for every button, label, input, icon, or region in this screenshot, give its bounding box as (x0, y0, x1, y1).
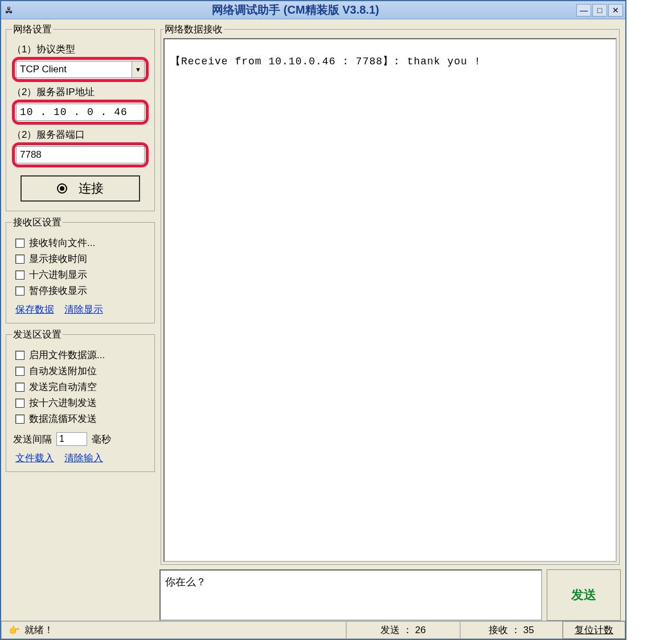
highlight-ip: 10 . 10 . 0 . 46 (12, 100, 149, 125)
checkbox-icon (15, 367, 24, 376)
send-textarea[interactable]: 你在么？ (159, 569, 542, 621)
connect-label: 连接 (79, 180, 104, 197)
interval-unit: 毫秒 (92, 433, 111, 446)
titlebar: 🖧 网络调试助手 (CM精装版 V3.8.1) — □ ✕ (1, 1, 625, 19)
interval-label: 发送间隔 (13, 433, 52, 446)
recv-opt-pause[interactable]: 暂停接收显示 (15, 284, 149, 297)
clear-display-link[interactable]: 清除显示 (64, 303, 103, 316)
protocol-value: TCP Client (17, 61, 132, 77)
checkbox-icon (15, 351, 24, 360)
chevron-down-icon[interactable]: ▼ (132, 61, 144, 77)
app-icon: 🖧 (3, 5, 15, 16)
recv-opt-show-time[interactable]: 显示接收时间 (15, 252, 149, 265)
checkbox-icon (15, 255, 24, 264)
load-file-link[interactable]: 文件载入 (15, 452, 54, 465)
server-ip-label: （2）服务器IP地址 (12, 85, 149, 99)
app-window: 🖧 网络调试助手 (CM精装版 V3.8.1) — □ ✕ 网络设置 （1）协议… (0, 0, 626, 640)
hand-icon: 👉 (9, 625, 20, 635)
network-settings-group: 网络设置 （1）协议类型 TCP Client ▼ （2）服务器IP地址 10 … (6, 23, 155, 211)
clear-input-link[interactable]: 清除输入 (64, 452, 103, 465)
interval-input[interactable] (56, 432, 87, 446)
server-port-input[interactable]: 7788 (16, 146, 145, 163)
close-button[interactable]: ✕ (608, 4, 623, 17)
send-opt-loop[interactable]: 数据流循环发送 (15, 412, 149, 425)
send-button[interactable]: 发送 (547, 569, 621, 621)
checkbox-icon (15, 399, 24, 408)
recv-opt-to-file[interactable]: 接收转向文件... (15, 236, 149, 249)
minimize-button[interactable]: — (576, 4, 591, 17)
statusbar: 👉 就绪！ 发送 ： 26 接收 ： 35 复位计数 (1, 621, 625, 639)
network-settings-legend: 网络设置 (12, 23, 53, 36)
recv-data-group: 网络数据接收 【Receive from 10.10.0.46 : 7788】:… (161, 23, 620, 565)
window-title: 网络调试助手 (CM精装版 V3.8.1) (15, 2, 576, 18)
recv-opt-hex[interactable]: 十六进制显示 (15, 268, 149, 281)
checkbox-icon (15, 286, 24, 296)
send-opt-auto-clear[interactable]: 发送完自动清空 (15, 380, 149, 393)
send-opt-hex[interactable]: 按十六进制发送 (15, 396, 149, 409)
recv-data-legend: 网络数据接收 (163, 23, 224, 36)
protocol-select[interactable]: TCP Client ▼ (16, 61, 145, 78)
highlight-port: 7788 (12, 142, 149, 167)
send-opt-file-source[interactable]: 启用文件数据源... (15, 348, 149, 362)
reset-count-button[interactable]: 复位计数 (563, 621, 625, 639)
checkbox-icon (15, 239, 24, 248)
send-settings-legend: 发送区设置 (12, 328, 63, 341)
radio-dot-icon (57, 183, 67, 194)
status-recv-count: 接收 ： 35 (460, 621, 563, 639)
checkbox-icon (15, 383, 24, 392)
send-opt-auto-append[interactable]: 自动发送附加位 (15, 364, 149, 378)
connect-button[interactable]: 连接 (21, 175, 140, 202)
server-port-label: （2）服务器端口 (12, 128, 149, 141)
checkbox-icon (15, 270, 24, 280)
highlight-protocol: TCP Client ▼ (12, 57, 149, 82)
status-send-count: 发送 ： 26 (346, 621, 460, 639)
maximize-button[interactable]: □ (592, 4, 607, 17)
recv-settings-legend: 接收区设置 (12, 216, 63, 229)
save-data-link[interactable]: 保存数据 (15, 303, 54, 316)
recv-settings-group: 接收区设置 接收转向文件... 显示接收时间 十六进制显示 暂停接收显示 保存数… (6, 216, 155, 323)
checkbox-icon (15, 415, 24, 424)
status-ready: 👉 就绪！ (1, 621, 346, 639)
send-settings-group: 发送区设置 启用文件数据源... 自动发送附加位 发送完自动清空 按十六进制发送… (6, 328, 155, 472)
server-ip-input[interactable]: 10 . 10 . 0 . 46 (16, 104, 145, 121)
protocol-label: （1）协议类型 (12, 43, 149, 56)
recv-textarea[interactable]: 【Receive from 10.10.0.46 : 7788】: thank … (163, 38, 617, 562)
